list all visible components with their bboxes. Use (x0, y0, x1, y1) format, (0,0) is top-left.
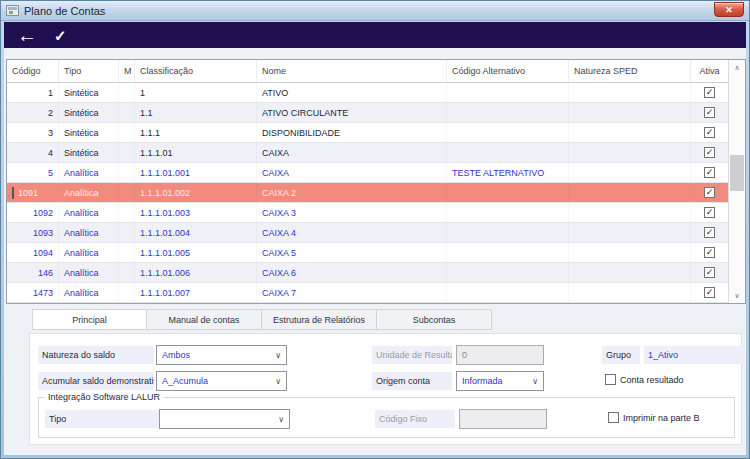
acumular-saldo-select[interactable]: A_Acumula ∨ (156, 371, 287, 391)
chevron-down-icon: ∨ (275, 377, 281, 386)
cell-codigo: 146 (7, 263, 59, 282)
table-row[interactable]: 1091Analítica1.1.1.01.002CAIXA 2✓ (7, 183, 728, 203)
natureza-do-saldo-select[interactable]: Ambos ∨ (156, 345, 287, 365)
cell-codigo_alternativo (447, 203, 569, 222)
cell-tipo: Analítica (59, 163, 119, 182)
cell-natureza_sped (569, 163, 691, 182)
conta-resultado-checkbox-row: Conta resultado (605, 374, 684, 385)
cell-m (119, 103, 135, 122)
grupo-value: 1_Ativo (644, 346, 744, 364)
cell-codigo: 1093 (7, 223, 59, 242)
imprimir-parte-b-checkbox[interactable] (608, 412, 619, 423)
tipo-select[interactable]: ∨ (159, 409, 290, 429)
conta-resultado-label: Conta resultado (620, 375, 684, 385)
tab-subcontas[interactable]: Subcontas (377, 309, 492, 330)
cell-codigo: 4 (7, 143, 59, 162)
ativa-checkbox[interactable]: ✓ (704, 147, 715, 158)
ativa-checkbox[interactable]: ✓ (704, 247, 715, 258)
cell-natureza_sped (569, 203, 691, 222)
ativa-checkbox[interactable]: ✓ (704, 287, 715, 298)
cell-classificacao: 1.1.1.01.004 (135, 223, 257, 242)
cell-nome: CAIXA (257, 163, 447, 182)
cell-codigo_alternativo (447, 83, 569, 102)
conta-resultado-checkbox[interactable] (605, 374, 616, 385)
cell-classificacao: 1.1.1.01 (135, 143, 257, 162)
ativa-checkbox[interactable]: ✓ (704, 87, 715, 98)
vertical-scrollbar[interactable]: ∧ ∨ (728, 60, 745, 303)
label-grupo: Grupo (602, 346, 640, 364)
ativa-checkbox[interactable]: ✓ (704, 187, 715, 198)
cell-codigo: 2 (7, 103, 59, 122)
origem-conta-select[interactable]: Informada ∨ (456, 371, 544, 391)
ativa-checkbox[interactable]: ✓ (704, 267, 715, 278)
column-header-ativa[interactable]: Ativa (691, 60, 728, 82)
ativa-checkbox[interactable]: ✓ (704, 127, 715, 138)
cell-codigo: 3 (7, 123, 59, 142)
cell-natureza_sped (569, 243, 691, 262)
scroll-down-icon[interactable]: ∨ (729, 288, 745, 303)
column-header-código[interactable]: Código (7, 60, 59, 82)
cell-ativa: ✓ (691, 123, 728, 142)
table-body: 1Sintética1ATIVO✓2Sintética1.1ATIVO CIRC… (7, 83, 728, 303)
tab-manual-de-contas[interactable]: Manual de contas (147, 309, 262, 330)
column-header-classificação[interactable]: Classificação (135, 60, 257, 82)
tab-strip: PrincipalManual de contasEstrutura de Re… (32, 309, 492, 330)
cell-codigo: 1092 (7, 203, 59, 222)
close-button[interactable]: ✕ (714, 2, 744, 17)
column-header-código-alternativo[interactable]: Código Alternativo (447, 60, 569, 82)
table-row[interactable]: 1094Analítica1.1.1.01.005CAIXA 5✓ (7, 243, 728, 263)
cell-nome: CAIXA 6 (257, 263, 447, 282)
column-header-natureza-sped[interactable]: Natureza SPED (569, 60, 691, 82)
cell-m (119, 203, 135, 222)
ativa-checkbox[interactable]: ✓ (704, 227, 715, 238)
cell-codigo_alternativo (447, 143, 569, 162)
cell-nome: CAIXA 7 (257, 283, 447, 302)
table-row[interactable]: 1093Analítica1.1.1.01.004CAIXA 4✓ (7, 223, 728, 243)
table-row[interactable]: 3Sintética1.1.1DISPONIBILIDADE✓ (7, 123, 728, 143)
cell-m (119, 123, 135, 142)
cell-codigo: 1091 (7, 183, 59, 202)
table-row[interactable]: 146Analítica1.1.1.01.006CAIXA 6✓ (7, 263, 728, 283)
cell-tipo: Analítica (59, 283, 119, 302)
cell-m (119, 243, 135, 262)
table-row[interactable]: 5Analítica1.1.1.01.001CAIXATESTE ALTERNA… (7, 163, 728, 183)
imprimir-parte-b-label: Imprimir na parte B (623, 413, 700, 423)
cell-ativa: ✓ (691, 143, 728, 162)
back-arrow-icon[interactable]: ← (17, 25, 37, 45)
cell-codigo: 1473 (7, 283, 59, 302)
app-window: Plano de Contas ✕ ← ✓ CódigoTipoMClassif… (0, 0, 750, 459)
origem-conta-value: Informada (462, 376, 503, 386)
column-header-m[interactable]: M (119, 60, 135, 82)
ativa-checkbox[interactable]: ✓ (704, 207, 715, 218)
cell-m (119, 223, 135, 242)
cell-ativa: ✓ (691, 83, 728, 102)
table-row[interactable]: 1473Analítica1.1.1.01.007CAIXA 7✓ (7, 283, 728, 303)
cell-classificacao: 1.1 (135, 103, 257, 122)
cell-m (119, 163, 135, 182)
scrollbar-thumb[interactable] (730, 155, 744, 191)
client-area: ← ✓ CódigoTipoMClassificaçãoNomeCódigo A… (4, 22, 746, 455)
table-row[interactable]: 1092Analítica1.1.1.01.003CAIXA 3✓ (7, 203, 728, 223)
cell-ativa: ✓ (691, 243, 728, 262)
ativa-checkbox[interactable]: ✓ (704, 107, 715, 118)
confirm-check-icon[interactable]: ✓ (54, 28, 67, 43)
tab-estrutura-de-relatórios[interactable]: Estrutura de Relatórios (262, 309, 377, 330)
column-header-nome[interactable]: Nome (257, 60, 447, 82)
table-row[interactable]: 2Sintética1.1ATIVO CIRCULANTE✓ (7, 103, 728, 123)
natureza-do-saldo-value: Ambos (162, 350, 190, 360)
cell-classificacao: 1.1.1 (135, 123, 257, 142)
tab-principal[interactable]: Principal (32, 309, 147, 330)
cell-codigo_alternativo (447, 223, 569, 242)
cell-tipo: Sintética (59, 83, 119, 102)
ativa-checkbox[interactable]: ✓ (704, 167, 715, 178)
cell-natureza_sped (569, 143, 691, 162)
cell-ativa: ✓ (691, 103, 728, 122)
cell-nome: CAIXA 3 (257, 203, 447, 222)
cell-ativa: ✓ (691, 283, 728, 302)
column-header-tipo[interactable]: Tipo (59, 60, 119, 82)
accounts-grid-main: CódigoTipoMClassificaçãoNomeCódigo Alter… (7, 60, 728, 303)
scroll-up-icon[interactable]: ∧ (729, 60, 745, 75)
table-row[interactable]: 4Sintética1.1.1.01CAIXA✓ (7, 143, 728, 163)
window-title: Plano de Contas (24, 5, 105, 17)
table-row[interactable]: 1Sintética1ATIVO✓ (7, 83, 728, 103)
